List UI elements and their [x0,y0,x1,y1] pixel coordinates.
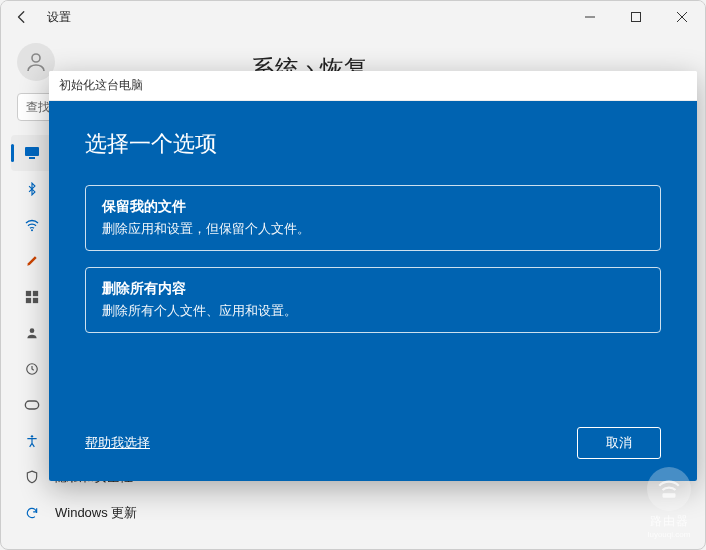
option-desc: 删除应用和设置，但保留个人文件。 [102,220,644,238]
option-remove-all[interactable]: 删除所有内容 删除所有个人文件、应用和设置。 [85,267,661,333]
bluetooth-icon [23,180,41,198]
dialog-title: 选择一个选项 [85,129,661,159]
monitor-icon [23,144,41,162]
shield-icon [23,468,41,486]
titlebar: 设置 [1,1,705,33]
wifi-icon [23,216,41,234]
sidebar-item-label: Windows 更新 [55,504,137,522]
sidebar-item-update[interactable]: Windows 更新 [11,495,213,531]
svg-rect-7 [33,291,38,296]
svg-rect-9 [33,298,38,303]
svg-rect-8 [26,298,31,303]
svg-rect-4 [29,157,35,159]
svg-point-2 [32,54,40,62]
brush-icon [23,252,41,270]
apps-icon [23,288,41,306]
option-title: 删除所有内容 [102,280,644,298]
minimize-button[interactable] [567,1,613,33]
help-link[interactable]: 帮助我选择 [85,434,150,452]
accessibility-icon [23,432,41,450]
svg-point-13 [31,435,33,437]
update-icon [23,504,41,522]
svg-point-5 [31,229,33,231]
cancel-button[interactable]: 取消 [577,427,661,459]
reset-dialog: 初始化这台电脑 选择一个选项 保留我的文件 删除应用和设置，但保留个人文件。 删… [49,71,697,481]
option-keep-files[interactable]: 保留我的文件 删除应用和设置，但保留个人文件。 [85,185,661,251]
svg-rect-6 [26,291,31,296]
game-icon [23,396,41,414]
dialog-window-title: 初始化这台电脑 [59,78,143,92]
svg-point-10 [30,328,35,333]
back-button[interactable] [13,8,31,26]
reset-dialog-overlay: 初始化这台电脑 选择一个选项 保留我的文件 删除应用和设置，但保留个人文件。 删… [49,71,695,471]
window-title: 设置 [47,9,71,26]
clock-icon [23,360,41,378]
dialog-titlebar: 初始化这台电脑 [49,71,697,101]
maximize-button[interactable] [613,1,659,33]
svg-rect-12 [25,401,38,409]
svg-rect-3 [25,147,39,156]
person-icon [23,324,41,342]
option-title: 保留我的文件 [102,198,644,216]
option-desc: 删除所有个人文件、应用和设置。 [102,302,644,320]
svg-rect-1 [632,13,641,22]
close-button[interactable] [659,1,705,33]
